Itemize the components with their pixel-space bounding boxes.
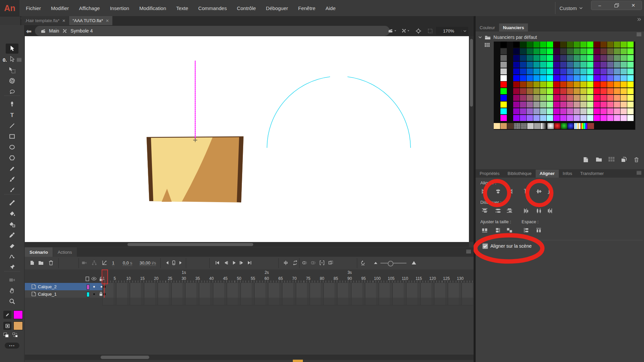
swatch-66FF33[interactable] <box>627 48 634 54</box>
tab-infos[interactable]: Infos <box>559 170 576 178</box>
swatch-003300[interactable] <box>520 42 526 48</box>
swatch-CC9933[interactable] <box>574 88 580 94</box>
swatch-99CC00[interactable] <box>540 81 546 87</box>
swatch-999933[interactable] <box>533 88 540 94</box>
swatch-66CC00[interactable] <box>621 42 627 48</box>
tab-propriétés[interactable]: Propriétés <box>476 170 503 178</box>
animate-logo[interactable]: An <box>0 0 19 16</box>
layer-visibility-dot[interactable] <box>93 293 95 295</box>
graph-editor-icon[interactable] <box>102 260 107 265</box>
frame-rate-field[interactable]: 30,00 i/s <box>140 261 156 266</box>
menu-déboguer[interactable]: Déboguer <box>261 0 293 16</box>
step-forward-icon[interactable] <box>178 260 183 265</box>
current-frame-indicator-icon[interactable] <box>171 260 176 265</box>
swatch-0099CC[interactable] <box>533 68 540 74</box>
paint-bucket-tool[interactable] <box>6 208 18 219</box>
match-both-button[interactable] <box>504 226 515 235</box>
swatch-3333FF[interactable] <box>560 75 567 81</box>
go-to-last-frame-icon[interactable] <box>247 260 252 265</box>
free-transform-tool[interactable] <box>6 65 18 75</box>
swatch-330033[interactable] <box>553 48 560 54</box>
selection-tool[interactable] <box>6 44 18 54</box>
swatch-996666[interactable] <box>527 95 533 101</box>
swatch-663333[interactable] <box>600 48 607 54</box>
swatch-FF66FF[interactable] <box>607 115 613 121</box>
swatch-CCCCCC[interactable] <box>580 108 587 114</box>
swatch-CCFF33[interactable] <box>587 88 593 94</box>
align-bottom-button[interactable] <box>545 187 555 196</box>
fill-color-swatch[interactable] <box>13 321 23 330</box>
swatch-990033[interactable] <box>513 88 520 94</box>
swatch-CCCC99[interactable] <box>580 102 587 108</box>
tab-transformer[interactable]: Transformer <box>576 170 608 178</box>
swatch-0000FF[interactable] <box>513 75 520 81</box>
custom-swatch-4F3528[interactable] <box>507 123 514 129</box>
swatch-66FFFF[interactable] <box>627 75 634 81</box>
swatch-993366[interactable] <box>520 95 526 101</box>
menu-modification[interactable]: Modification <box>134 0 171 16</box>
swatch-CC3300[interactable] <box>560 81 567 87</box>
swatch-9999CC[interactable] <box>533 108 540 114</box>
close-tab-icon[interactable]: ✕ <box>106 18 109 23</box>
swatch-0066FF[interactable] <box>527 75 533 81</box>
pen-tool[interactable] <box>6 99 18 109</box>
dist-hcenter-button[interactable] <box>534 206 544 215</box>
stage-canvas[interactable] <box>25 36 469 242</box>
bone-tool[interactable] <box>6 198 18 208</box>
swatch-CCCC66[interactable] <box>580 95 587 101</box>
swatch-333333[interactable] <box>560 48 567 54</box>
tab-scénario[interactable]: Scénario <box>25 247 53 257</box>
edit-symbol-button[interactable] <box>401 28 410 34</box>
swatch-339900[interactable] <box>574 42 580 48</box>
scrollbar-thumb[interactable] <box>470 39 473 107</box>
swatch-669933[interactable] <box>614 48 620 54</box>
swatch-FFCCCC[interactable] <box>621 108 627 114</box>
next-frame-icon[interactable] <box>239 260 244 265</box>
swatch-CC0033[interactable] <box>553 88 560 94</box>
swatch-990066[interactable] <box>513 95 520 101</box>
swatch-333300[interactable] <box>560 42 567 48</box>
onion-skin-advanced-icon[interactable] <box>328 260 333 265</box>
swatch-CC0066[interactable] <box>553 95 560 101</box>
swatch-00CC66[interactable] <box>540 55 546 61</box>
default-colors-icon[interactable] <box>3 333 9 338</box>
onion-skin-range-icon[interactable] <box>319 260 325 265</box>
swatch-FFFF00[interactable] <box>500 102 507 108</box>
delete-layer-trash-icon[interactable] <box>48 260 54 265</box>
custom-swatch-gradient[interactable] <box>547 123 554 129</box>
gradient-transform-tool[interactable] <box>6 76 18 86</box>
swatch-group-header[interactable]: Nuanciers par défaut <box>478 34 537 41</box>
swatch-66CC66[interactable] <box>621 55 627 61</box>
swatch-CC6633[interactable] <box>567 88 573 94</box>
swatch-CC3399[interactable] <box>560 102 567 108</box>
swatch-660033[interactable] <box>594 48 600 54</box>
swatch-663300[interactable] <box>600 42 607 48</box>
swatch-grid-view-icon[interactable] <box>608 157 614 162</box>
swatch-6633CC[interactable] <box>600 68 607 74</box>
swatch-663399[interactable] <box>600 62 607 68</box>
paint-brush-tool[interactable] <box>6 174 18 184</box>
dist-bottom-button[interactable] <box>504 206 515 215</box>
swatch-FFFFFF[interactable] <box>627 115 634 121</box>
menu-texte[interactable]: Texte <box>171 0 193 16</box>
swatch-009933[interactable] <box>533 48 540 54</box>
minimize-button[interactable]: – <box>591 1 608 10</box>
reset-timeline-zoom-icon[interactable] <box>360 260 366 265</box>
swatch-009900[interactable] <box>533 42 540 48</box>
custom-swatch-D49B5F[interactable] <box>500 123 507 129</box>
swatch-CC3333[interactable] <box>560 88 567 94</box>
swatch-0099FF[interactable] <box>533 75 540 81</box>
swatch-FF0066[interactable] <box>594 95 600 101</box>
swatch-FFFF00[interactable] <box>627 81 634 87</box>
current-frame-field[interactable]: 1 <box>112 261 114 266</box>
layer-parenting-icon[interactable] <box>92 260 97 265</box>
stroke-color-swatch[interactable] <box>13 310 23 319</box>
swatch-CC00CC[interactable] <box>553 108 560 114</box>
swatch-FF9933[interactable] <box>614 88 620 94</box>
swatch-FF6633[interactable] <box>607 88 613 94</box>
swatch-view-icon[interactable] <box>485 43 490 47</box>
custom-swatch-9B3836[interactable] <box>588 123 594 129</box>
swatch-999966[interactable] <box>533 95 540 101</box>
custom-swatch-checker[interactable] <box>521 123 527 129</box>
swatch-CC66FF[interactable] <box>567 115 573 121</box>
